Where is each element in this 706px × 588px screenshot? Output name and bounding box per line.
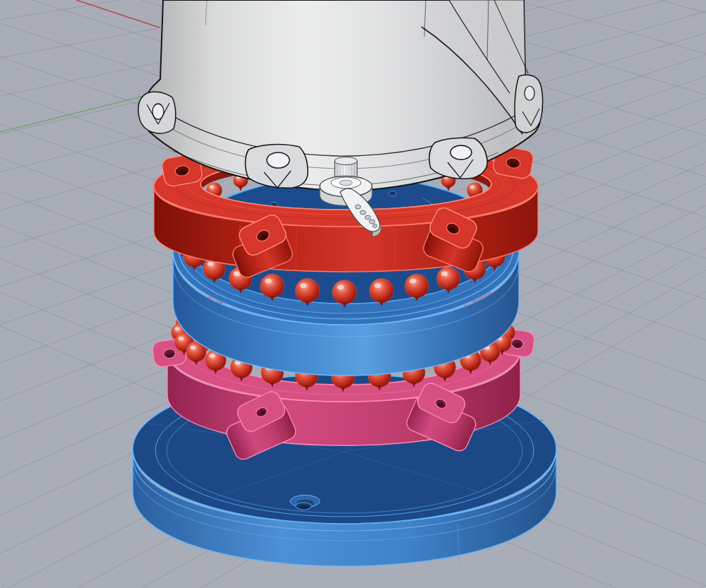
scene-canvas[interactable] xyxy=(0,0,706,588)
cad-viewport[interactable] xyxy=(0,0,706,588)
